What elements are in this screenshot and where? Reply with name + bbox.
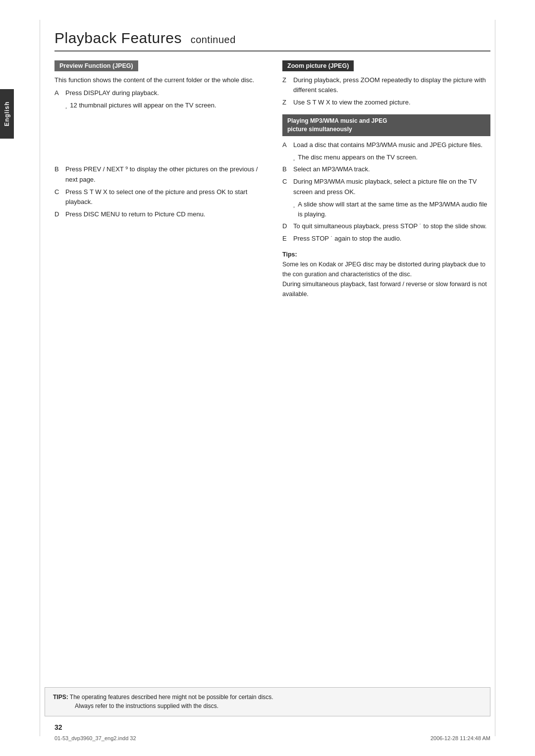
- step-e-right-label: E: [282, 234, 290, 244]
- step-c-right-text: During MP3/WMA music playback, select a …: [293, 177, 490, 197]
- mp3-header: Playing MP3/WMA music and JPEG picture s…: [282, 114, 490, 136]
- step-a-right-text: Load a disc that contains MP3/WMA music …: [293, 140, 482, 150]
- footer-left: 01-53_dvp3960_37_eng2.indd 32: [54, 735, 136, 741]
- sub-bullet-right-1: ¸: [293, 154, 295, 162]
- step-a-text: Press DISPLAY during playback.: [65, 88, 159, 98]
- border-left: [40, 20, 40, 736]
- step-e-right: E Press STOP ˙ again to stop the audio.: [282, 234, 490, 244]
- sub-step-right-2-text: A slide show will start at the same time…: [298, 200, 490, 219]
- main-content: Preview Function (JPEG) This function sh…: [54, 60, 490, 299]
- step-d-left: D Press DISC MENU to return to Picture C…: [54, 209, 263, 219]
- step-b-right: B Select an MP3/WMA track.: [282, 164, 490, 174]
- sub-step-1: ¸ 12 thumbnail pictures will appear on t…: [65, 101, 263, 110]
- sub-step-right-2: ¸ A slide show will start at the same ti…: [293, 200, 490, 219]
- sub-step-right-1-text: The disc menu appears on the TV screen.: [298, 152, 418, 162]
- step-b-label: B: [54, 164, 62, 184]
- zoom-picture-header: Zoom picture (JPEG): [282, 60, 354, 71]
- border-right: [495, 20, 495, 736]
- tips-line2: During simultaneous playback, fast forwa…: [282, 281, 487, 298]
- step-z1-text: During playback, press ZOOM repeatedly t…: [293, 75, 490, 95]
- step-b-left: B Press PREV / NEXT ⁹ to display the oth…: [54, 164, 263, 184]
- step-z2-label: Z: [282, 98, 290, 107]
- step-d-right-label: D: [282, 221, 290, 231]
- step-c-left: C Press S T W X to select one of the pic…: [54, 187, 263, 207]
- sub-step-1-text: 12 thumbnail pictures will appear on the…: [70, 101, 216, 110]
- step-c-right: C During MP3/WMA music playback, select …: [282, 177, 490, 197]
- step-b-right-text: Select an MP3/WMA track.: [293, 164, 370, 174]
- step-a-left: A Press DISPLAY during playback.: [54, 88, 263, 98]
- step-a-right: A Load a disc that contains MP3/WMA musi…: [282, 140, 490, 150]
- step-d-label: D: [54, 209, 62, 219]
- step-d-right-text: To quit simultaneous playback, press STO…: [293, 221, 486, 231]
- sub-bullet-right-2: ¸: [293, 201, 295, 219]
- sub-bullet-1: ¸: [65, 102, 67, 110]
- tips-line1: Some les on Kodak or JPEG disc may be di…: [282, 261, 485, 278]
- tips-label: Tips:: [282, 251, 297, 258]
- footer-right: 2006-12-28 11:24:48 AM: [430, 735, 490, 741]
- tips-section: Tips: Some les on Kodak or JPEG disc may…: [282, 250, 490, 299]
- step-a-label: A: [54, 88, 62, 98]
- tips-box-line1: The operating features described here mi…: [70, 694, 273, 701]
- step-z2-text: Use S T W X to view the zoomed picture.: [293, 98, 411, 107]
- step-c-text: Press S T W X to select one of the pictu…: [65, 187, 263, 207]
- tips-box-title: TIPS:: [53, 694, 68, 701]
- preview-intro: This function shows the content of the c…: [54, 75, 263, 85]
- left-column: Preview Function (JPEG) This function sh…: [54, 60, 263, 299]
- right-column: Zoom picture (JPEG) Z During playback, p…: [282, 60, 490, 299]
- preview-function-header: Preview Function (JPEG): [54, 60, 138, 71]
- step-e-right-text: Press STOP ˙ again to stop the audio.: [293, 234, 401, 244]
- step-c-right-label: C: [282, 177, 290, 197]
- step-a-right-label: A: [282, 140, 290, 150]
- page-title: Playback Features continued: [54, 30, 490, 51]
- tips-box-line2: Always refer to the instructions supplie…: [75, 703, 218, 709]
- tips-box: TIPS: The operating features described h…: [45, 687, 490, 716]
- step-z2: Z Use S T W X to view the zoomed picture…: [282, 98, 490, 107]
- page-number: 32: [54, 723, 62, 731]
- step-d-right: D To quit simultaneous playback, press S…: [282, 221, 490, 231]
- step-z1-label: Z: [282, 75, 290, 95]
- page: English Playback Features continued Prev…: [0, 0, 535, 756]
- step-b-right-label: B: [282, 164, 290, 174]
- sub-step-right-1: ¸ The disc menu appears on the TV screen…: [293, 152, 490, 162]
- step-b-text: Press PREV / NEXT ⁹ to display the other…: [65, 164, 263, 184]
- step-d-text: Press DISC MENU to return to Picture CD …: [65, 209, 205, 219]
- english-tab: English: [0, 89, 14, 139]
- step-z1: Z During playback, press ZOOM repeatedly…: [282, 75, 490, 95]
- step-c-label: C: [54, 187, 62, 207]
